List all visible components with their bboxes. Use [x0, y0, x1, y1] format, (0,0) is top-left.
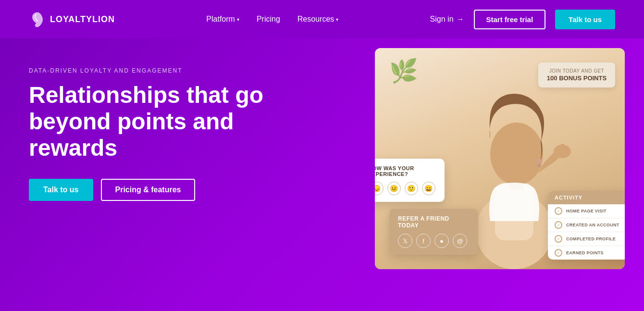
- svg-point-2: [490, 123, 543, 185]
- emoji-happy: 🙂: [405, 182, 418, 195]
- talk-to-us-nav-button[interactable]: Talk to us: [555, 10, 615, 29]
- hero-eyebrow: DATA-DRIVEN LOYALTY AND ENGAGEMENT: [29, 67, 351, 74]
- brand-name: LOYALTYLION: [50, 14, 115, 25]
- emoji-neutral: 😐: [387, 182, 401, 195]
- nav-platform[interactable]: Platform ▾: [206, 15, 239, 24]
- navigation: LOYALTYLION Platform ▾ Pricing Resources…: [0, 0, 644, 38]
- bonus-line2: 100 BONUS POINTS: [546, 75, 607, 82]
- nav-right: Sign in → Start free trial Talk to us: [430, 10, 615, 29]
- hero-illustration: 🌿: [351, 58, 615, 311]
- svg-point-6: [538, 164, 541, 167]
- emoji-ratings: 😞 😐 🙂 😄: [375, 182, 437, 195]
- arrow-icon: →: [457, 15, 464, 24]
- leaf-decoration-icon: 🌿: [389, 58, 418, 85]
- activity-label-2: CREATED AN ACCOUNT: [566, 223, 619, 227]
- bonus-line1: JOIN TODAY AND GET: [546, 68, 607, 74]
- nav-links: Platform ▾ Pricing Resources ▾: [206, 15, 338, 24]
- email-icon: @: [453, 234, 467, 248]
- start-free-trial-button[interactable]: Start free trial: [474, 10, 546, 29]
- hero-section: DATA-DRIVEN LOYALTY AND ENGAGEMENT Relat…: [0, 38, 644, 311]
- resources-chevron-icon: ▾: [336, 17, 338, 22]
- nav-resources[interactable]: Resources ▾: [297, 15, 338, 24]
- activity-label-3: COMPLETED PROFILE: [566, 236, 616, 241]
- svg-point-5: [537, 159, 542, 163]
- hero-buttons: Talk to us Pricing & features: [29, 179, 351, 201]
- hero-background: 🌿: [375, 48, 625, 269]
- svg-point-3: [554, 145, 571, 158]
- hero-headline: Relationships that go beyond points and …: [29, 82, 279, 162]
- logo-icon: [29, 11, 46, 28]
- pricing-features-button[interactable]: Pricing & features: [101, 179, 196, 201]
- whatsapp-icon: ●: [434, 234, 449, 248]
- activity-item-3: COMPLETED PROFILE: [548, 232, 625, 246]
- experience-title: HOW WAS YOUR EXPERIENCE?: [375, 165, 437, 177]
- activity-card: ACTIVITY HOME PAGE VISIT CREATED AN ACCO…: [548, 191, 625, 260]
- emoji-very-happy: 😄: [422, 182, 435, 195]
- activity-item-1: HOME PAGE VISIT: [548, 204, 625, 218]
- activity-label-4: EARNED POINTS: [566, 250, 604, 255]
- sign-in-link[interactable]: Sign in →: [430, 15, 464, 24]
- hero-image: 🌿: [375, 48, 625, 269]
- social-icons-row: 𝕏 f ● @: [398, 234, 470, 248]
- hero-content: DATA-DRIVEN LOYALTY AND ENGAGEMENT Relat…: [29, 58, 351, 201]
- bonus-points-card: JOIN TODAY AND GET 100 BONUS POINTS: [538, 62, 615, 87]
- facebook-icon: f: [416, 234, 431, 248]
- activity-check-2: [555, 221, 562, 229]
- twitter-icon: 𝕏: [398, 234, 412, 248]
- emoji-sad: 😞: [375, 182, 384, 195]
- logo[interactable]: LOYALTYLION: [29, 11, 115, 28]
- refer-title: REFER A FRIEND TODAY: [398, 215, 470, 229]
- experience-card: HOW WAS YOUR EXPERIENCE? 😞 😐 🙂 😄: [375, 159, 445, 202]
- activity-check-4: [555, 249, 562, 257]
- platform-chevron-icon: ▾: [237, 17, 239, 22]
- refer-card: REFER A FRIEND TODAY 𝕏 f ● @: [389, 209, 478, 255]
- activity-check-1: [555, 207, 562, 215]
- talk-to-us-hero-button[interactable]: Talk to us: [29, 179, 93, 201]
- activity-item-4: EARNED POINTS: [548, 246, 625, 260]
- activity-label-1: HOME PAGE VISIT: [566, 209, 607, 213]
- nav-pricing[interactable]: Pricing: [257, 15, 280, 24]
- activity-item-2: CREATED AN ACCOUNT: [548, 218, 625, 232]
- activity-header: ACTIVITY: [548, 191, 625, 204]
- activity-check-3: [555, 235, 562, 243]
